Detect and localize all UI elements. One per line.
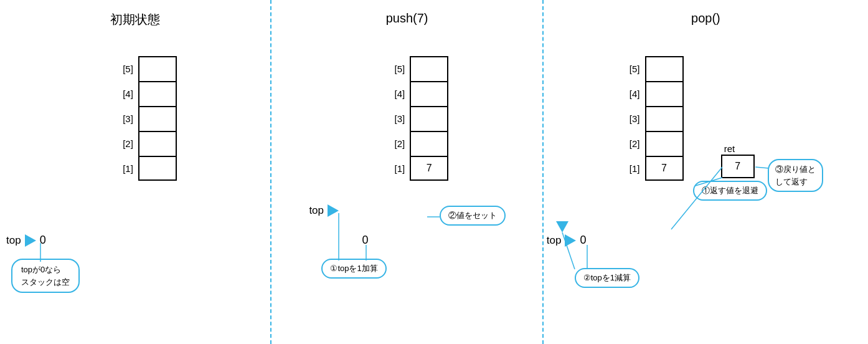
top-value-push: 0	[362, 234, 368, 247]
top-arrow-initial	[25, 234, 36, 247]
top-arrow-down-pop	[556, 221, 568, 232]
cell-3-pop	[646, 106, 684, 131]
callout-push-2: ②値をセット	[440, 206, 506, 226]
cell-5-push	[411, 56, 448, 81]
cell-2-pop	[646, 131, 684, 156]
panel-push-title: push(7)	[386, 11, 428, 26]
callout-pop-1: ①返す値を退避	[693, 181, 767, 201]
cell-1-pop: 7	[646, 156, 684, 181]
top-label-pop: top	[547, 234, 562, 247]
cell-1-initial	[139, 156, 177, 181]
panel-initial: 初期状態 [1] [2] [3] [4] [5] top	[0, 0, 270, 344]
cell-1-push: 7	[411, 156, 448, 181]
cell-4-initial	[139, 81, 177, 106]
top-arrow-pop	[565, 234, 576, 247]
main-container: 初期状態 [1] [2] [3] [4] [5] top	[0, 0, 868, 344]
callout-push-1: ①topを1加算	[321, 259, 386, 279]
top-label-push: top	[309, 204, 324, 217]
ret-box: 7	[721, 155, 755, 178]
stack-indices-pop: [1] [2] [3] [4] [5]	[630, 56, 643, 181]
panel-push: push(7) [1] [2] [3] [4] [5] 7 top	[271, 0, 542, 344]
svg-line-8	[755, 167, 769, 168]
cell-4-push	[411, 81, 448, 106]
stack-indices-push: [1] [2] [3] [4] [5]	[395, 56, 408, 181]
cell-3-push	[411, 106, 448, 131]
stack-indices-initial: [1] [2] [3] [4] [5]	[123, 56, 136, 181]
callout-pop-2: ②topを1減算	[575, 268, 639, 288]
stack-cells-pop: 7	[645, 56, 684, 181]
cell-2-initial	[139, 131, 177, 156]
top-value-pop: 0	[580, 234, 586, 247]
top-value-initial: 0	[40, 234, 46, 247]
callout-pop-3: ③戻り値として返す	[768, 159, 823, 192]
cell-2-push	[411, 131, 448, 156]
cell-5-initial	[139, 56, 177, 81]
callout-initial: topが0ならスタックは空	[11, 259, 80, 293]
stack-cells-initial	[138, 56, 177, 181]
panel-pop: pop() [1] [2] [3] [4] [5] 7 top	[544, 0, 868, 344]
ret-label: ret	[724, 143, 735, 154]
panel-initial-title: 初期状態	[110, 11, 160, 28]
top-arrow-push	[328, 204, 339, 217]
cell-3-initial	[139, 106, 177, 131]
top-label-initial: top	[6, 234, 21, 247]
panel-pop-title: pop()	[691, 11, 720, 26]
stack-cells-push: 7	[410, 56, 448, 181]
cell-4-pop	[646, 81, 684, 106]
cell-5-pop	[646, 56, 684, 81]
